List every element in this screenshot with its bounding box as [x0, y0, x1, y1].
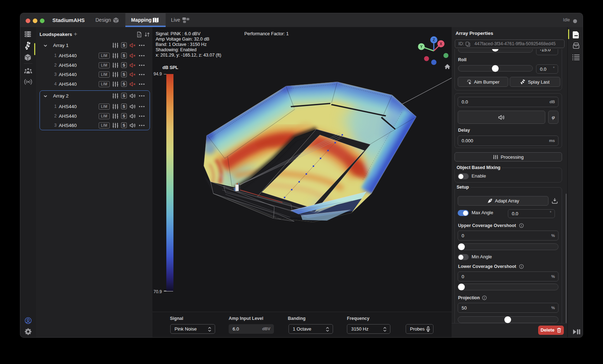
svg-text:X: X: [440, 42, 442, 46]
svg-text:Z: Z: [433, 38, 435, 42]
svg-text:Y: Y: [420, 45, 423, 49]
